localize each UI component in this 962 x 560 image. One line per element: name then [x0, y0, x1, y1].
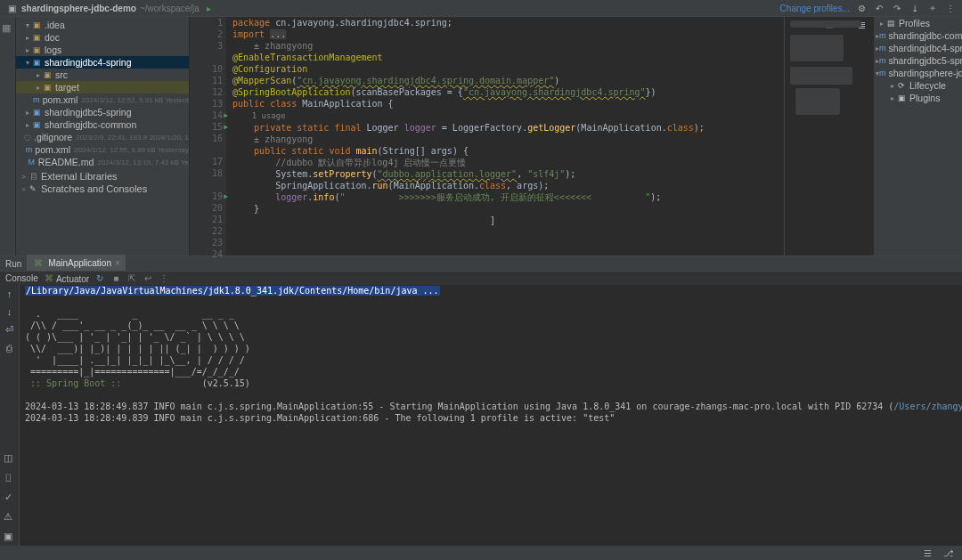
tree-node[interactable]: mpom.xml2024/3/12, 12:55, 8.89 kB Yester… [16, 143, 189, 156]
add-icon[interactable]: ＋ [926, 2, 939, 14]
terminal-tool-icon[interactable]: ⌷ [2, 471, 14, 483]
tree-meta: 2024/3/12, 12:52, 5.91 kB Yesterd [81, 96, 189, 104]
file-icon: m [33, 94, 40, 105]
tree-node[interactable]: ▸▣shardingjdbc-common [16, 118, 189, 131]
structure-node[interactable]: ▸▤Profiles [874, 17, 962, 29]
maven-structure-panel: ▸▤Profiles▸mshardingjdbc-comm▸mshardingj… [873, 17, 962, 256]
tree-label: shardingjdbc-common [45, 119, 136, 130]
tree-label: src [55, 69, 68, 80]
structure-node[interactable]: ▸mshardingjdbc-comm [874, 29, 962, 42]
left-tool-stripe: ▦ [0, 17, 16, 256]
tree-label: shardingjdbc5-spring [45, 107, 131, 118]
console-output[interactable]: /Library/Java/JavaVirtualMachines/jdk1.8… [20, 285, 962, 546]
structure-node[interactable]: ▸mshardingjdbc5-sprin [874, 54, 962, 67]
library-icon: ⌸ [28, 171, 38, 182]
structure-node[interactable]: ▸▣Plugins [874, 92, 962, 104]
titlebar: ▣ shardingsphere-jdbc-demo ~/workspace/j… [0, 0, 962, 16]
close-icon[interactable]: × [115, 258, 120, 268]
minimap[interactable] [784, 17, 873, 256]
run-tool-window: Run ⌘ MainApplication × Console ⌘ Actuat… [0, 256, 962, 546]
structure-label: shardingsphere-jdbc [889, 68, 963, 78]
tree-node[interactable]: ▸▣doc [16, 31, 189, 44]
settings-icon[interactable]: ⚙ [855, 2, 868, 14]
tree-label: README.md [38, 157, 94, 167]
module-icon: m [879, 43, 886, 53]
problems-tool-icon[interactable]: ⚠ [2, 510, 14, 523]
run-tab-label: MainApplication [48, 258, 111, 268]
structure-label: Lifecycle [909, 80, 946, 91]
file-icon: ◌ [24, 132, 31, 142]
project-name: shardingsphere-jdbc-demo [21, 4, 136, 13]
tree-node[interactable]: ▾▣shardingjdbc4-spring [16, 56, 189, 69]
status-git-icon[interactable]: ⎇ [942, 547, 955, 559]
code-editor[interactable]: package cn.javayong.shardingjdbc4.spring… [227, 17, 784, 256]
wrap-icon[interactable]: ⏎ [5, 324, 13, 336]
module-icon: m [879, 68, 886, 78]
soft-wrap-icon[interactable]: ↩ [143, 273, 153, 284]
module-icon: ▣ [896, 93, 907, 103]
step-back-icon[interactable]: ↶ [873, 2, 885, 14]
scratches-node[interactable]: > ✎ Scratches and Consoles [16, 183, 189, 195]
project-tool-icon[interactable]: ▦ [2, 22, 14, 35]
tree-node[interactable]: MREADME.md2024/3/12, 13:19, 7.43 kB Ye [16, 156, 189, 168]
scroll-top-icon[interactable]: ↑ [7, 288, 12, 299]
tree-node[interactable]: ▸▣shardingjdbc5-spring [16, 106, 189, 118]
structure-node[interactable]: ▾mshardingsphere-jdbc [874, 67, 962, 79]
structure-label: shardingjdbc5-sprin [889, 55, 963, 66]
spring-leaf-icon: ⌘ [32, 256, 45, 269]
kebab-icon[interactable]: ⋮ [159, 273, 169, 284]
tree-meta: 2023/2/9, 22:41, 183.9 2024/1/20, 1 [76, 134, 189, 142]
run-tab-bar: Run ⌘ MainApplication × [0, 256, 962, 271]
todo-tool-icon[interactable]: ✓ [2, 491, 14, 503]
change-profiles-link[interactable]: Change profiles... [780, 4, 850, 13]
run-icon[interactable]: ▸ [203, 2, 216, 14]
external-libraries-node[interactable]: > ⌸ External Libraries [16, 170, 189, 183]
tree-label: .gitignore [34, 132, 72, 142]
tree-node[interactable]: ▸▣target [16, 81, 189, 93]
tree-label: doc [45, 32, 60, 43]
notifications-icon[interactable]: ☰ [921, 547, 933, 559]
file-icon: m [26, 144, 33, 155]
tree-label: pom.xml [43, 94, 78, 105]
stop-icon[interactable]: ■ [110, 273, 121, 284]
file-icon: ▣ [31, 57, 42, 68]
step-forward-icon[interactable]: ↷ [891, 2, 903, 14]
status-bar: ☰ ⎇ [0, 546, 962, 560]
run-label: Run [0, 257, 27, 271]
module-icon: ⟳ [896, 80, 907, 91]
structure-node[interactable]: ▸⟳Lifecycle [874, 79, 962, 92]
tree-node[interactable]: ▾▣.idea [16, 19, 189, 31]
tree-label: logs [45, 45, 61, 55]
tree-node[interactable]: ▸▣logs [16, 44, 189, 56]
project-tree-panel: ▾▣.idea▸▣doc▸▣logs▾▣shardingjdbc4-spring… [16, 17, 190, 256]
download-icon[interactable]: ⤓ [909, 2, 921, 14]
file-icon: ▣ [31, 45, 42, 55]
tree-label: target [55, 82, 79, 93]
export-icon[interactable]: ⇱ [126, 273, 137, 284]
console-tab[interactable]: Console [5, 273, 38, 283]
actuator-tab[interactable]: ⌘ Actuator [44, 273, 89, 284]
more-icon[interactable]: ⋮ [944, 2, 957, 14]
file-icon: ▣ [31, 32, 42, 43]
tree-meta: 2024/3/12, 13:19, 7.43 kB Ye [97, 158, 189, 166]
run-tab-mainapplication[interactable]: ⌘ MainApplication × [27, 255, 125, 271]
module-icon: ▤ [885, 18, 896, 28]
tree-node[interactable]: ◌.gitignore2023/2/9, 22:41, 183.9 2024/1… [16, 131, 189, 143]
db-tool-icon[interactable]: ◫ [2, 451, 14, 464]
structure-node[interactable]: ▸mshardingjdbc4-sprin [874, 42, 962, 54]
file-icon: ▣ [42, 82, 53, 93]
console-toolbar: Console ⌘ Actuator ↻ ■ ⇱ ↩ ⋮ [0, 271, 962, 285]
tree-node[interactable]: mpom.xml2024/3/12, 12:52, 5.91 kB Yester… [16, 93, 189, 106]
tree-label: pom.xml [35, 144, 70, 155]
print-icon[interactable]: ⎙ [6, 343, 12, 353]
project-path: ~/workspace/ja [140, 4, 200, 13]
line-number-gutter: 1231011121314▶15▶16171819▶2021222324 [190, 17, 227, 256]
rerun-icon[interactable]: ↻ [94, 273, 105, 284]
services-tool-icon[interactable]: ▣ [2, 530, 14, 542]
tree-node[interactable]: ▸▣src [16, 69, 189, 81]
structure-label: shardingjdbc-comm [889, 30, 963, 41]
scroll-bottom-icon[interactable]: ↓ [7, 306, 12, 317]
file-icon: ▣ [31, 107, 42, 118]
structure-label: Profiles [899, 18, 930, 28]
scratches-label: Scratches and Consoles [41, 183, 147, 194]
